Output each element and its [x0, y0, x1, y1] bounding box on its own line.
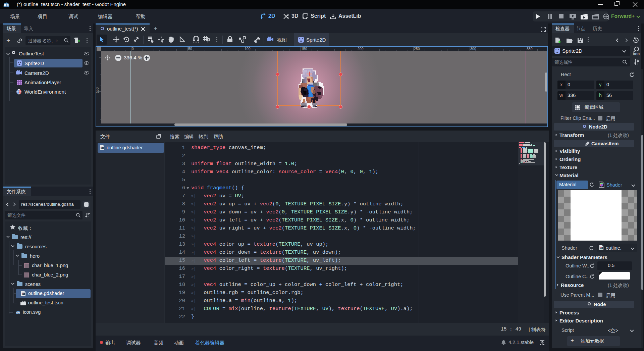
svg-text:DOC: DOC — [633, 52, 640, 56]
